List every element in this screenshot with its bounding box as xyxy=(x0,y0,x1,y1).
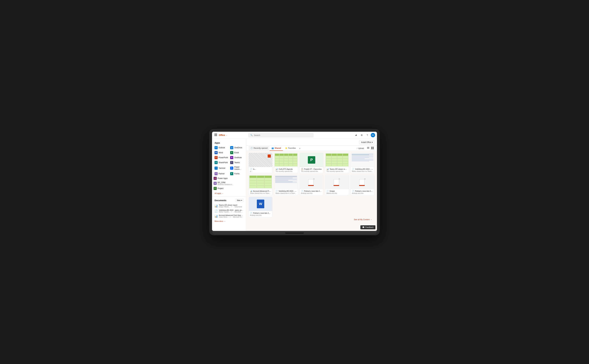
file-card[interactable]: 📄 Prehod v novo leto 2022 Andreja sent t… xyxy=(300,175,323,195)
file-thumbnail: P xyxy=(300,153,323,167)
doc-icon-excel1: 📊 xyxy=(215,204,218,208)
new-chevron-icon: ▾ xyxy=(241,199,242,202)
sidebar-item-teams[interactable]: T Teams xyxy=(229,160,244,165)
office-logo[interactable]: Office → xyxy=(219,134,227,136)
word-label: Word xyxy=(219,152,223,154)
list-item[interactable]: 📊 Teams ZZI viewer report Gregor Nikolič… xyxy=(212,203,246,208)
onenote-label: OneNote xyxy=(234,156,242,159)
sidebar-item-onenote[interactable]: N OneNote xyxy=(229,155,244,160)
new-button[interactable]: New ▾ xyxy=(236,199,243,202)
sidebar-item-bs-crm[interactable]: B BS_CRM Business Solutions d... xyxy=(212,181,246,186)
sidebar-item-sharepoint[interactable]: S SharePoint xyxy=(214,160,229,165)
upload-button[interactable]: ↑ Upload xyxy=(355,147,365,150)
settings-icon-btn[interactable]: ⚙ xyxy=(360,133,364,137)
sidebar-item-project[interactable]: P Project xyxy=(212,186,246,191)
search-input[interactable] xyxy=(254,134,311,136)
file-card-subtitle: Andreja sent this xyxy=(301,192,322,194)
file-card[interactable]: 📄 lu... p... xyxy=(249,153,273,173)
svg-rect-3 xyxy=(215,135,215,135)
file-type-icon: 📊 xyxy=(275,168,278,170)
sidebar-item-word[interactable]: W Word xyxy=(214,150,229,155)
sidebar-item-forms[interactable]: F Forms xyxy=(229,171,244,176)
main-area: Apps O Outlook ☁ OneDrive W Word xyxy=(212,139,377,231)
view-toggle xyxy=(366,146,374,150)
install-office-button[interactable]: Install Office ▾ xyxy=(359,140,374,144)
file-card-name: Prehod v novo leto 2022 xyxy=(253,212,271,214)
file-card-subtitle: Andreja sent this xyxy=(352,192,373,194)
sidebar-item-partner[interactable]: P Partner xyxy=(214,171,229,176)
tab-add-button[interactable]: + xyxy=(298,146,302,150)
favorites-tab-icon: ⭐ xyxy=(285,147,287,149)
file-card[interactable]: 📊 Corfu KT1 Agenda You recently opened t… xyxy=(274,153,298,173)
generic-file-thumb xyxy=(308,178,315,186)
svg-rect-8 xyxy=(216,136,217,136)
file-card-subtitle: Marko shared this in a Team... xyxy=(275,192,296,194)
bs-crm-name: BS_CRM xyxy=(218,182,244,184)
doc-meta: Jovan Šimić... · > → Microsoft Tea... xyxy=(219,216,243,218)
sidebar-item-excel[interactable]: X Excel xyxy=(229,150,244,155)
file-card[interactable]: P 📋 Projekt XT - Časovnica You recently … xyxy=(300,153,323,173)
content-header: Install Office ▾ xyxy=(246,139,377,146)
file-card[interactable]: 📄 Prehod v novo leto 2022 Andreja sent t… xyxy=(351,175,374,195)
sidebar-item-power-apps[interactable]: ⚡ Power Apps xyxy=(212,176,246,181)
help-icon-btn[interactable]: ? xyxy=(365,133,370,137)
favorites-tab-label: Favorites xyxy=(288,147,296,149)
file-card-info: 📊 Corfu KT1 Agenda You recently opened t… xyxy=(274,167,298,173)
office-label: Office xyxy=(219,134,225,136)
see-all-link[interactable]: See all My Content → xyxy=(249,217,374,222)
grid-menu-icon[interactable] xyxy=(214,133,218,137)
tab-favorites[interactable]: ⭐ Favorites xyxy=(283,146,298,151)
file-card-subtitle: Mikela sent this xyxy=(327,192,347,194)
svg-rect-1 xyxy=(216,134,216,134)
svg-rect-4 xyxy=(216,135,216,135)
sidebar-item-powerpoint[interactable]: P PowerPoint xyxy=(214,155,229,160)
list-item[interactable]: 📄 Vošćilnica BS 2022 - sprej. popr. za .… xyxy=(212,208,246,214)
file-card[interactable]: 📊 Account Advanced Find... Jovan shared … xyxy=(249,175,273,195)
recently-tab-label: Recently opened xyxy=(254,147,268,149)
file-type-icon: 📋 xyxy=(301,168,303,170)
tab-actions: ↑ Upload xyxy=(355,146,374,150)
file-card-name: Teams ZZI viewer report xyxy=(329,168,347,170)
sidebar-item-yammer[interactable]: Y Yammer xyxy=(214,165,229,171)
upload-icon: ↑ xyxy=(356,147,357,150)
sidebar-item-onedrive[interactable]: ☁ OneDrive xyxy=(229,145,244,150)
file-type-icon: 📄 xyxy=(352,168,354,170)
sidebar-item-outlook[interactable]: O Outlook xyxy=(214,145,229,150)
file-card[interactable]: 📄 Gregor Mikela sent this xyxy=(325,175,349,195)
file-card-name: Projekt XT - Časovnica xyxy=(304,168,321,170)
files-grid-area: 📄 lu... p... xyxy=(246,151,377,224)
list-view-button[interactable] xyxy=(366,146,370,150)
doc-icon-excel2: 📊 xyxy=(215,214,218,218)
file-card[interactable]: 📊 Teams ZZI viewer report You recently o… xyxy=(325,153,349,173)
svg-rect-14 xyxy=(371,148,372,149)
teams-icon: T xyxy=(230,161,233,164)
generic-file-thumb3 xyxy=(359,178,366,186)
partner-icon: P xyxy=(215,172,218,175)
avatar[interactable]: GV xyxy=(371,133,375,137)
tab-recently-opened[interactable]: 🕐 Recently opened xyxy=(249,146,269,151)
word-icon: W xyxy=(215,151,218,154)
file-card[interactable]: W 📄 Prehod v novo leto 2022 Andreja sent… xyxy=(249,197,273,217)
share-icon-btn[interactable] xyxy=(354,133,358,137)
file-type-icon: 📄 xyxy=(275,190,278,192)
all-apps-link[interactable]: All apps → xyxy=(212,191,246,195)
file-card-name: Vošćilnica BS 2022 - sp... xyxy=(279,190,296,192)
doc-name: Vošćilnica BS 2022 - sprej. popr. za ... xyxy=(219,209,243,211)
more-docs-link[interactable]: More docs → xyxy=(212,219,246,223)
sidebar-item-power-automate[interactable]: ↻ Power Autom... xyxy=(229,165,244,171)
power-apps-label: Power Apps xyxy=(218,177,228,179)
file-card-subtitle: Marko shared this in a Team... xyxy=(352,170,373,172)
thumbnail-spreadsheet2 xyxy=(325,153,349,167)
file-card[interactable]: 📄 Vošćilnica BS 2022 - sp... Marko share… xyxy=(351,153,374,173)
list-item[interactable]: 📊 Account Advanced Find View 12-23... Jo… xyxy=(212,214,246,219)
doc-meta: Gregor Nikolič... · > → Dokumenti xyxy=(219,206,243,208)
grid-view-button[interactable] xyxy=(370,146,374,150)
partner-label: Partner xyxy=(219,173,225,175)
files-grid: 📄 lu... p... xyxy=(249,153,374,217)
file-card[interactable]: 📄 Vošćilnica BS 2022 - sp... Marko share… xyxy=(274,175,298,195)
document-list: 📊 Teams ZZI viewer report Gregor Nikolič… xyxy=(212,203,246,219)
onedrive-icon: ☁ xyxy=(230,146,233,149)
tab-shared[interactable]: 👥 Shared xyxy=(270,146,283,151)
feedback-button[interactable]: 💬 Feedback xyxy=(360,225,375,229)
install-chevron-icon: ▾ xyxy=(372,141,373,143)
